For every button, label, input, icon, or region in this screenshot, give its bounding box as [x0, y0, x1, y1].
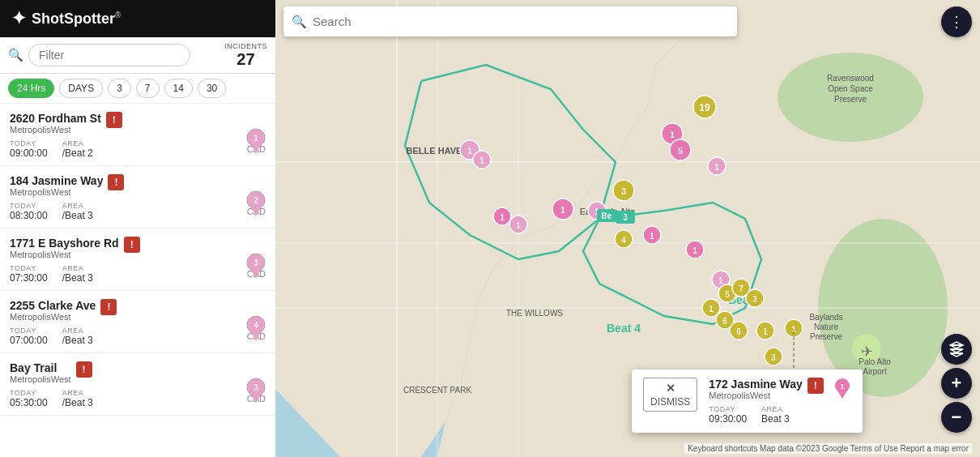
svg-text:4: 4: [621, 236, 626, 245]
incident-time: 07:30:00: [10, 272, 48, 284]
incident-row-header: Bay Trail MetropolisWest !: [10, 361, 266, 384]
incident-red-flag: !: [108, 174, 124, 190]
popup-area-label: AREA: [761, 405, 790, 413]
svg-text:6: 6: [722, 317, 727, 326]
incident-date-label: TODAY: [10, 202, 48, 210]
incident-region: MetropolisWest: [10, 125, 101, 135]
popup-area-value: Beat 3: [761, 413, 790, 425]
svg-text:3: 3: [621, 186, 626, 196]
svg-text:Preserve: Preserve: [810, 332, 842, 341]
popup-meta: TODAY 09:30:00 AREA Beat 3: [709, 405, 802, 425]
popup-area: AREA Beat 3: [761, 405, 790, 425]
svg-text:1: 1: [714, 163, 719, 172]
svg-text:7: 7: [739, 284, 744, 293]
incident-address: 1771 E Bayshore Rd: [10, 237, 119, 250]
incidents-count: 27: [224, 50, 267, 68]
popup-time: 09:30:00: [709, 413, 747, 425]
svg-text:1: 1: [670, 130, 675, 139]
incident-meta: TODAY 07:30:00 AREA /Beat 3 CAD: [10, 264, 266, 284]
map-search-input[interactable]: [283, 6, 737, 36]
incident-red-flag: !: [106, 112, 122, 128]
incident-date-label: TODAY: [10, 264, 48, 272]
incident-item[interactable]: 1771 E Bayshore Rd MetropolisWest ! TODA…: [0, 228, 275, 291]
incident-date: TODAY 09:00:00: [10, 139, 48, 159]
time-filter-30[interactable]: 30: [198, 79, 226, 98]
incident-pin-icon: 1: [245, 128, 267, 159]
svg-marker-2: [251, 144, 261, 154]
svg-text:3: 3: [254, 258, 258, 267]
incident-date: TODAY 07:00:00: [10, 327, 48, 346]
time-filter-24hrs[interactable]: 24 Hrs: [8, 79, 54, 98]
svg-text:1: 1: [692, 246, 697, 255]
incident-area-value: /Beat 3: [62, 272, 93, 284]
app-header: ✦ ShotSpotter®: [0, 0, 275, 37]
svg-text:1: 1: [650, 232, 654, 241]
svg-text:1: 1: [500, 213, 505, 222]
map-layers-button[interactable]: [941, 334, 972, 365]
incident-area-value: /Beat 3: [62, 335, 93, 346]
filter-input[interactable]: [28, 44, 190, 66]
svg-text:1: 1: [763, 327, 768, 336]
incident-address: 184 Jasmine Way: [10, 174, 103, 187]
incident-time: 05:30:00: [10, 397, 48, 408]
svg-marker-100: [950, 353, 963, 357]
incident-pin-icon: 3: [245, 378, 267, 408]
popup-date: TODAY 09:30:00: [709, 405, 747, 425]
incident-area-value: /Beat 3: [62, 210, 93, 221]
incident-red-flag: !: [100, 299, 117, 315]
svg-text:1: 1: [254, 134, 258, 143]
incident-time: 08:30:00: [10, 210, 48, 221]
map-area[interactable]: Beat 3 Beat 4 BELLE HAVEN East Palo Alto…: [275, 0, 980, 457]
incident-area: AREA /Beat 3: [62, 202, 93, 221]
svg-text:Baylands: Baylands: [809, 313, 842, 322]
incident-pin-icon: 4: [245, 315, 267, 346]
incident-popup: ✕ DISMISS 172 Jasmine Way MetropolisWest…: [632, 369, 863, 433]
svg-text:Airport: Airport: [863, 367, 887, 376]
svg-text:4: 4: [254, 321, 258, 330]
map-zoom-out-button[interactable]: −: [941, 402, 972, 433]
incident-row-header: 2620 Fordham St MetropolisWest !: [10, 112, 266, 135]
popup-close-icon: ✕: [666, 382, 675, 395]
incident-date: TODAY 05:30:00: [10, 389, 48, 408]
popup-date-label: TODAY: [709, 405, 747, 413]
incident-area-label: AREA: [62, 202, 93, 210]
incident-item[interactable]: Bay Trail MetropolisWest ! TODAY 05:30:0…: [0, 353, 275, 416]
popup-red-flag: !: [807, 378, 824, 394]
incident-time: 09:00:00: [10, 147, 48, 159]
svg-text:THE WILLOWS: THE WILLOWS: [506, 309, 563, 318]
svg-text:1: 1: [840, 382, 844, 391]
map-menu-button[interactable]: ⋮: [941, 6, 972, 37]
incident-region: MetropolisWest: [10, 374, 71, 384]
popup-dismiss-button[interactable]: ✕ DISMISS: [643, 378, 697, 412]
time-filter-7[interactable]: 7: [136, 79, 160, 98]
incident-pin-icon: 3: [245, 253, 267, 284]
svg-text:1: 1: [560, 205, 565, 215]
time-filter-days[interactable]: DAYS: [59, 79, 103, 98]
time-filter-3[interactable]: 3: [108, 79, 131, 98]
svg-text:BELLE HAVEN: BELLE HAVEN: [407, 146, 469, 156]
map-search-bar: 🔍: [283, 6, 931, 36]
incident-row-header: 184 Jasmine Way MetropolisWest !: [10, 174, 266, 197]
incident-address: Bay Trail: [10, 361, 71, 374]
map-zoom-in-button[interactable]: +: [941, 368, 972, 399]
svg-text:3: 3: [752, 295, 757, 304]
incident-item[interactable]: 2620 Fordham St MetropolisWest ! TODAY 0…: [0, 104, 275, 166]
incident-meta: TODAY 09:00:00 AREA /Beat 2 CAD: [10, 139, 266, 159]
svg-text:Preserve: Preserve: [834, 95, 867, 104]
incident-item[interactable]: 2255 Clarke Ave MetropolisWest ! TODAY 0…: [0, 291, 275, 353]
svg-text:5: 5: [678, 146, 683, 156]
popup-content: 172 Jasmine Way MetropolisWest TODAY 09:…: [709, 378, 802, 425]
layers-icon: [948, 341, 965, 357]
svg-text:3: 3: [623, 213, 628, 222]
incident-item[interactable]: 184 Jasmine Way MetropolisWest ! TODAY 0…: [0, 166, 275, 228]
map-top-controls: ⋮: [941, 6, 972, 37]
incident-date-label: TODAY: [10, 139, 48, 147]
svg-text:1: 1: [479, 156, 484, 165]
time-filter-14[interactable]: 14: [164, 79, 193, 98]
svg-text:6: 6: [736, 327, 741, 336]
logo-text: ShotSpotter®: [32, 11, 121, 28]
incident-meta: TODAY 08:30:00 AREA /Beat 3 CAD: [10, 202, 266, 221]
svg-text:19: 19: [699, 102, 710, 113]
incidents-badge: INCIDENTS 27: [224, 42, 267, 68]
incident-region: MetropolisWest: [10, 250, 119, 259]
